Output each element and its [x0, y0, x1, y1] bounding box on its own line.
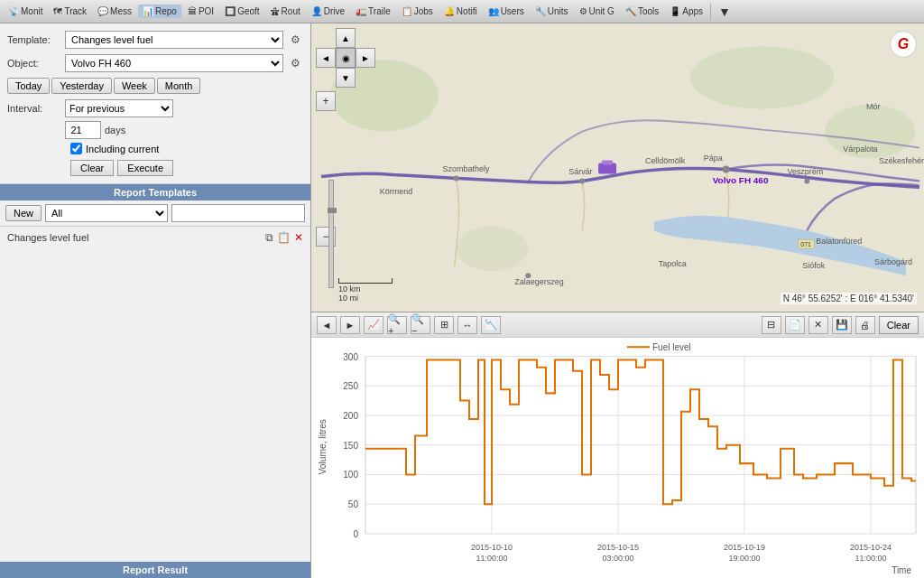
chart-zoom-out-btn[interactable]: 🔍− — [411, 316, 430, 334]
chart-line-btn[interactable]: 📉 — [481, 316, 501, 334]
template-clone-icon[interactable]: ⧉ — [265, 231, 273, 244]
nav-apps[interactable]: 📱 Apps — [665, 5, 707, 18]
today-btn[interactable]: Today — [7, 78, 50, 94]
chart-right-tools: ⊟ 📄 ✕ 💾 🖨 Clear — [762, 316, 919, 334]
svg-text:2015-10-24: 2015-10-24 — [850, 543, 892, 552]
right-panel: Szombathely Sárvár Celldömölk Pápa Veszp… — [311, 23, 924, 578]
month-btn[interactable]: Month — [157, 78, 201, 94]
template-delete-icon[interactable]: ✕ — [294, 231, 303, 244]
reports-icon: 📊 — [143, 6, 153, 16]
chart-toolbar: ◄ ► 📈 🔍+ 🔍− ⊞ ↔ 📉 ⊟ 📄 ✕ 💾 🖨 Clear — [311, 312, 924, 338]
trailers-icon: 🚛 — [356, 6, 366, 16]
nav-reports[interactable]: 📊 Repo — [138, 5, 181, 18]
object-select[interactable]: Volvo FH 460 — [65, 54, 283, 72]
template-settings-btn[interactable]: ⚙ — [287, 32, 303, 48]
svg-text:0: 0 — [353, 529, 358, 539]
execute-btn[interactable]: Execute — [117, 160, 173, 176]
nav-users[interactable]: 👥 Users — [484, 5, 529, 18]
map-center-btn[interactable]: ◉ — [336, 48, 356, 68]
nav-tracks[interactable]: 🗺 Track — [49, 5, 91, 18]
main-layout: Template: Changes level fuel ⚙ Object: V… — [0, 23, 924, 578]
object-settings-btn[interactable]: ⚙ — [287, 55, 303, 71]
interval-select[interactable]: For previous — [65, 99, 173, 117]
chart-save-btn[interactable]: 💾 — [832, 316, 852, 334]
chart-play-btn[interactable]: ► — [340, 316, 360, 334]
chart-clear-btn[interactable]: Clear — [879, 316, 919, 334]
tracks-icon: 🗺 — [53, 6, 62, 16]
svg-text:2015-10-15: 2015-10-15 — [597, 543, 639, 552]
days-input[interactable] — [65, 121, 101, 139]
svg-point-5 — [454, 175, 459, 181]
nav-geofences[interactable]: 🔲 Geoft — [220, 5, 263, 18]
chart-table-btn[interactable]: ⊟ — [762, 316, 781, 334]
top-navigation: 📡 Monit 🗺 Track 💬 Mess 📊 Repo 🏛 POI 🔲 Ge… — [0, 0, 924, 23]
new-template-btn[interactable]: New — [5, 205, 42, 221]
svg-text:Sárbogárd: Sárbogárd — [874, 257, 912, 266]
interval-label: Interval: — [7, 103, 61, 114]
zoom-slider-handle[interactable] — [328, 208, 337, 213]
template-item[interactable]: Changes level fuel ⧉ 📋 ✕ — [2, 228, 309, 247]
map-right-btn[interactable]: ► — [356, 48, 375, 68]
chart-export-btn[interactable]: 📄 — [785, 316, 805, 334]
chart-select-btn[interactable]: ↔ — [457, 316, 477, 334]
date-button-group: Today Yesterday Week Month — [7, 78, 303, 94]
apps-icon: 📱 — [670, 6, 680, 16]
arrow-cluster: ▲ ◄ ◉ ► ▼ — [316, 28, 375, 88]
including-current-checkbox[interactable] — [70, 143, 82, 154]
chart-close-btn[interactable]: ✕ — [808, 316, 828, 334]
week-btn[interactable]: Week — [114, 78, 155, 94]
yesterday-btn[interactable]: Yesterday — [51, 78, 112, 94]
scale-km-label: 10 km — [338, 284, 393, 294]
svg-text:071: 071 — [800, 241, 811, 247]
geofences-icon: 🔲 — [225, 6, 236, 16]
map-navigation-arrows: ▲ ◄ ◉ ► ▼ — [316, 28, 375, 88]
filter-select[interactable]: All — [45, 204, 168, 222]
clear-btn[interactable]: Clear — [70, 160, 114, 176]
template-row: Template: Changes level fuel ⚙ — [7, 31, 303, 49]
map-container[interactable]: Szombathely Sárvár Celldömölk Pápa Veszp… — [311, 23, 924, 312]
nav-routes[interactable]: 🛣 Rout — [266, 5, 305, 18]
including-current-row: Including current — [70, 143, 303, 154]
svg-text:03:00:00: 03:00:00 — [602, 553, 633, 562]
nav-messages[interactable]: 💬 Mess — [93, 5, 136, 18]
interval-row: Interval: For previous — [7, 99, 303, 117]
scale-line-km — [338, 278, 393, 284]
svg-rect-11 — [602, 161, 613, 165]
chart-chart-btn[interactable]: 📈 — [364, 316, 383, 334]
chart-print-btn[interactable]: 🖨 — [855, 316, 875, 334]
nav-units[interactable]: 🔧 Units — [531, 5, 573, 18]
unit-groups-icon: ⚙ — [579, 6, 587, 16]
days-label: days — [105, 125, 125, 135]
days-row: days — [65, 121, 303, 139]
svg-text:Mór: Mór — [866, 102, 880, 111]
nav-unit-groups[interactable]: ⚙ Unit G — [575, 5, 619, 18]
zoom-slider-track — [328, 180, 334, 288]
messages-icon: 💬 — [97, 6, 108, 16]
zoom-in-btn[interactable]: + — [316, 91, 336, 111]
svg-text:Tapolca: Tapolca — [659, 259, 687, 268]
nav-more[interactable]: ▼ — [714, 3, 735, 21]
scale-bar: 10 km 10 mi — [338, 278, 393, 303]
template-edit-icon[interactable]: 📋 — [277, 231, 291, 244]
nav-tools[interactable]: 🔨 Tools — [621, 5, 663, 18]
svg-text:100: 100 — [343, 470, 358, 480]
form-section: Template: Changes level fuel ⚙ Object: V… — [0, 23, 310, 184]
template-select[interactable]: Changes level fuel — [65, 31, 283, 49]
nav-jobs[interactable]: 📋 Jobs — [397, 5, 438, 18]
map-down-btn[interactable]: ▼ — [336, 68, 356, 88]
nav-monitoring[interactable]: 📡 Monit — [4, 5, 47, 18]
nav-drivers[interactable]: 👤 Drive — [307, 5, 349, 18]
template-list: Changes level fuel ⧉ 📋 ✕ — [0, 227, 310, 562]
svg-text:11:00:00: 11:00:00 — [476, 553, 507, 562]
nav-notifications[interactable]: 🔔 Notifi — [439, 5, 482, 18]
nav-trailers[interactable]: 🚛 Traile — [351, 5, 395, 18]
map-left-btn[interactable]: ◄ — [316, 48, 336, 68]
chart-zoom-in-btn[interactable]: 🔍+ — [387, 316, 407, 334]
chart-zoom-fit-btn[interactable]: ⊞ — [434, 316, 454, 334]
map-up-btn[interactable]: ▲ — [336, 28, 356, 48]
template-search-input[interactable] — [171, 204, 305, 222]
svg-point-4 — [457, 226, 529, 271]
drivers-icon: 👤 — [311, 6, 322, 16]
nav-poi[interactable]: 🏛 POI — [183, 5, 218, 18]
chart-prev-btn[interactable]: ◄ — [317, 316, 337, 334]
